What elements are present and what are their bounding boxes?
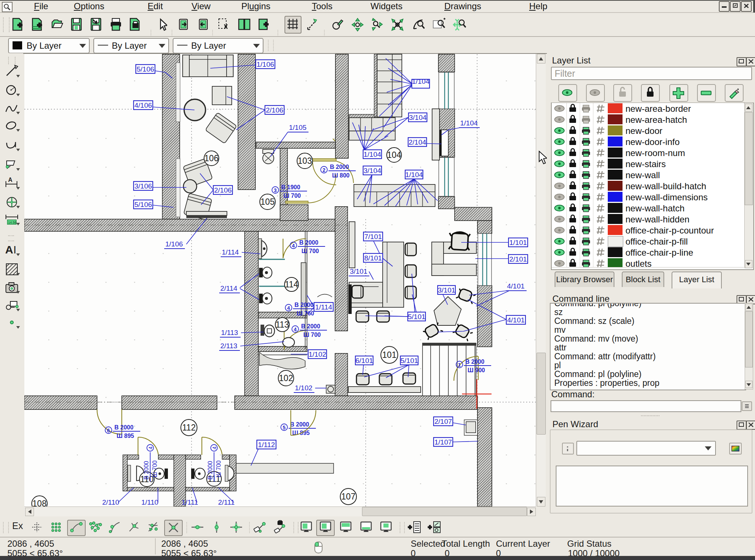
svg-text:Ш 700: Ш 700 bbox=[303, 332, 321, 338]
svg-text:4: 4 bbox=[292, 243, 295, 249]
svg-text:6/101: 6/101 bbox=[355, 357, 373, 364]
svg-text:1/113: 1/113 bbox=[221, 329, 238, 336]
svg-text:102: 102 bbox=[279, 373, 293, 383]
svg-text:4: 4 bbox=[211, 446, 217, 449]
svg-text:1/101: 1/101 bbox=[509, 239, 527, 246]
svg-text:7/101: 7/101 bbox=[364, 233, 382, 241]
svg-text:Ш 700: Ш 700 bbox=[152, 460, 158, 477]
svg-text:2/104: 2/104 bbox=[408, 138, 426, 146]
svg-text:B 2000: B 2000 bbox=[294, 302, 314, 308]
svg-text:B 2000: B 2000 bbox=[465, 359, 485, 365]
svg-text:101: 101 bbox=[382, 350, 396, 360]
svg-text:2/114: 2/114 bbox=[220, 284, 238, 292]
svg-text:Ш 700: Ш 700 bbox=[216, 460, 222, 477]
svg-text:3/101: 3/101 bbox=[350, 267, 368, 275]
svg-text:1/104: 1/104 bbox=[412, 77, 430, 85]
svg-text:3/104: 3/104 bbox=[409, 114, 427, 121]
svg-text:3/106: 3/106 bbox=[134, 182, 152, 190]
svg-text:1/104: 1/104 bbox=[405, 171, 423, 179]
svg-text:5/106: 5/106 bbox=[137, 65, 154, 73]
svg-text:1/114: 1/114 bbox=[222, 248, 239, 256]
svg-text:5/101: 5/101 bbox=[408, 313, 425, 321]
svg-text:1/111: 1/111 bbox=[182, 498, 198, 506]
svg-text:B 2000: B 2000 bbox=[330, 164, 349, 170]
svg-text:4: 4 bbox=[294, 326, 297, 332]
svg-text:Ш 760: Ш 760 bbox=[297, 310, 314, 317]
svg-text:B 2000: B 2000 bbox=[207, 461, 213, 480]
svg-text:1/102: 1/102 bbox=[308, 350, 326, 358]
svg-text:B 2000: B 2000 bbox=[301, 323, 320, 329]
svg-text:B 1900: B 1900 bbox=[281, 184, 300, 190]
svg-text:B 2000: B 2000 bbox=[143, 461, 149, 480]
svg-text:1/104: 1/104 bbox=[363, 151, 381, 158]
svg-text:8/101: 8/101 bbox=[364, 254, 382, 262]
svg-text:5: 5 bbox=[283, 425, 286, 431]
svg-text:6: 6 bbox=[107, 428, 110, 433]
svg-text:4: 4 bbox=[287, 305, 290, 311]
svg-text:B 2000: B 2000 bbox=[299, 239, 318, 246]
svg-text:2/106: 2/106 bbox=[214, 186, 232, 194]
svg-text:1/106: 1/106 bbox=[165, 240, 183, 248]
svg-text:4/101: 4/101 bbox=[507, 282, 525, 290]
svg-text:2/110: 2/110 bbox=[102, 498, 119, 506]
svg-text:Ш 895: Ш 895 bbox=[117, 433, 134, 439]
svg-text:1/112: 1/112 bbox=[258, 441, 275, 449]
svg-text:A: A bbox=[8, 177, 13, 183]
svg-text:2/111: 2/111 bbox=[218, 498, 235, 506]
svg-text:114: 114 bbox=[285, 280, 299, 289]
svg-text:1/110: 1/110 bbox=[141, 498, 158, 506]
svg-text:108: 108 bbox=[32, 499, 46, 507]
svg-text:4/101: 4/101 bbox=[507, 316, 525, 324]
svg-text:103: 103 bbox=[298, 156, 312, 166]
svg-text:112: 112 bbox=[182, 423, 196, 432]
svg-text:1: 1 bbox=[458, 362, 461, 368]
svg-text:3/104: 3/104 bbox=[363, 167, 381, 174]
svg-text:107: 107 bbox=[341, 492, 355, 501]
svg-text:2/106: 2/106 bbox=[266, 106, 283, 114]
svg-text:14.56: 14.56 bbox=[8, 221, 17, 224]
svg-text:2: 2 bbox=[323, 167, 325, 173]
svg-text:4: 4 bbox=[148, 446, 154, 449]
svg-text:4/106: 4/106 bbox=[134, 101, 152, 109]
svg-text:1/102: 1/102 bbox=[295, 384, 313, 392]
svg-text:1/106: 1/106 bbox=[256, 61, 274, 68]
svg-text:2/101: 2/101 bbox=[509, 255, 527, 263]
svg-text:Ш 700: Ш 700 bbox=[301, 248, 319, 254]
svg-text:1/107: 1/107 bbox=[434, 438, 452, 446]
svg-text:A: A bbox=[5, 243, 13, 256]
svg-text:105: 105 bbox=[261, 197, 275, 207]
svg-text:B 2000: B 2000 bbox=[290, 421, 309, 428]
svg-text:1/114: 1/114 bbox=[315, 303, 332, 311]
svg-text:104: 104 bbox=[387, 150, 401, 160]
svg-text:113: 113 bbox=[276, 320, 289, 329]
svg-text:B 2000: B 2000 bbox=[114, 424, 134, 431]
svg-text:1/104: 1/104 bbox=[460, 119, 478, 127]
svg-text:5/106: 5/106 bbox=[134, 201, 152, 208]
svg-text:2/113: 2/113 bbox=[220, 342, 237, 350]
svg-text:106: 106 bbox=[204, 153, 218, 163]
svg-text:3: 3 bbox=[274, 187, 277, 193]
svg-text:Ш 700: Ш 700 bbox=[283, 193, 301, 199]
svg-text:3/101: 3/101 bbox=[438, 286, 455, 294]
svg-text:5/101: 5/101 bbox=[400, 357, 418, 364]
svg-text:Ш 900: Ш 900 bbox=[468, 367, 485, 373]
svg-text:Ш 800: Ш 800 bbox=[332, 172, 349, 179]
svg-text:1/105: 1/105 bbox=[289, 124, 307, 131]
svg-text:2/107: 2/107 bbox=[434, 418, 452, 425]
